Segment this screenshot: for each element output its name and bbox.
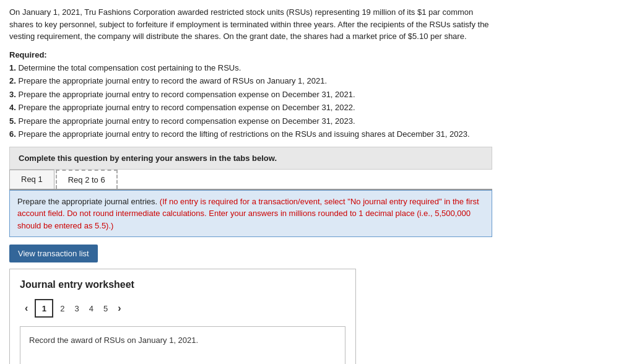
record-text: Record the award of RSUs on January 1, 2… bbox=[29, 336, 198, 345]
item-num: 5. bbox=[9, 116, 16, 126]
item-text: Determine the total compensation cost pe… bbox=[16, 63, 241, 72]
instruction-main: Prepare the appropriate journal entries. bbox=[17, 197, 157, 206]
item-text: Prepare the appropriate journal entry to… bbox=[16, 116, 355, 126]
list-item: 6. Prepare the appropriate journal entry… bbox=[9, 128, 492, 141]
required-title: Required: bbox=[9, 50, 492, 59]
page-5-btn[interactable]: 5 bbox=[98, 301, 113, 316]
record-box: Record the award of RSUs on January 1, 2… bbox=[20, 326, 345, 364]
required-section: Required: 1. Determine the total compens… bbox=[9, 50, 492, 141]
page-1-btn[interactable]: 1 bbox=[35, 299, 53, 318]
prev-page-arrow[interactable]: ‹ bbox=[20, 300, 33, 316]
complete-text: Complete this question by entering your … bbox=[19, 154, 277, 163]
tab-req2to6[interactable]: Req 2 to 6 bbox=[56, 170, 118, 189]
page-2-btn[interactable]: 2 bbox=[55, 301, 69, 316]
item-text: Prepare the appropriate journal entry to… bbox=[16, 90, 355, 99]
list-item: 3. Prepare the appropriate journal entry… bbox=[9, 89, 492, 101]
worksheet-container: Journal entry worksheet ‹ 1 2 3 4 5 › Re… bbox=[9, 269, 356, 364]
item-num: 4. bbox=[9, 103, 16, 112]
required-list: 1. Determine the total compensation cost… bbox=[9, 62, 492, 141]
item-text: Prepare the appropriate journal entry to… bbox=[16, 103, 355, 112]
item-num: 3. bbox=[9, 90, 16, 99]
page-3-btn[interactable]: 3 bbox=[70, 301, 84, 316]
tab-req1[interactable]: Req 1 bbox=[9, 170, 54, 189]
item-text: Prepare the appropriate journal entry to… bbox=[16, 129, 470, 139]
page-nav-row: ‹ 1 2 3 4 5 › bbox=[20, 299, 345, 318]
list-item: 4. Prepare the appropriate journal entry… bbox=[9, 102, 492, 114]
page-4-btn[interactable]: 4 bbox=[84, 301, 98, 316]
complete-question-box: Complete this question by entering your … bbox=[9, 147, 492, 170]
item-num: 2. bbox=[9, 76, 16, 85]
instruction-box: Prepare the appropriate journal entries.… bbox=[9, 190, 492, 238]
tabs-row: Req 1 Req 2 to 6 bbox=[9, 170, 492, 190]
item-num: 1. bbox=[9, 63, 16, 72]
view-transaction-list-button[interactable]: View transaction list bbox=[9, 245, 98, 262]
next-page-arrow[interactable]: › bbox=[113, 300, 126, 316]
worksheet-title: Journal entry worksheet bbox=[20, 279, 345, 290]
list-item: 2. Prepare the appropriate journal entry… bbox=[9, 75, 492, 87]
list-item: 1. Determine the total compensation cost… bbox=[9, 62, 492, 74]
item-text: Prepare the appropriate journal entry to… bbox=[16, 76, 327, 85]
intro-paragraph: On January 1, 2021, Tru Fashions Corpora… bbox=[9, 6, 492, 43]
item-num: 6. bbox=[9, 129, 16, 139]
list-item: 5. Prepare the appropriate journal entry… bbox=[9, 115, 492, 128]
